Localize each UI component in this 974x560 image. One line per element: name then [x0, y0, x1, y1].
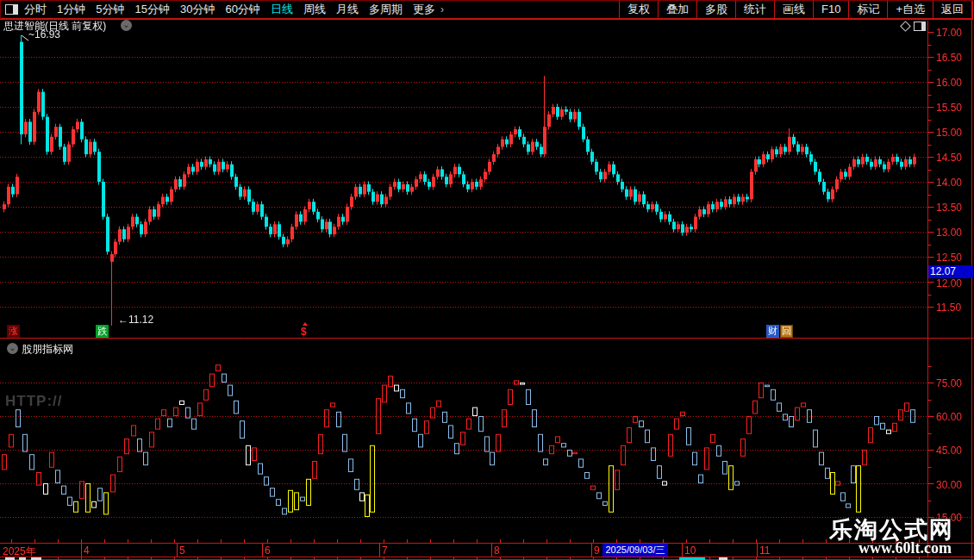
menu-item-f10[interactable]: F10: [813, 1, 848, 18]
period-menu: 分时 1分钟 5分钟 15分钟 30分钟 60分钟 日线 周线 月线 多周期 更…: [24, 1, 444, 18]
month-label: 7: [382, 544, 388, 557]
menu-item-1min[interactable]: 1分钟: [57, 1, 85, 18]
indicator-label: 30.00: [936, 479, 972, 491]
menu-item-overlay[interactable]: 叠加: [658, 1, 696, 18]
http-watermark: HTTP://: [5, 393, 63, 410]
badge-cai[interactable]: 财: [766, 325, 779, 338]
menu-item-mark[interactable]: 标记: [848, 1, 887, 18]
chevron-right-icon: ›: [440, 3, 444, 16]
indicator-label: 60.00: [936, 411, 972, 423]
menu-item-more[interactable]: 更多: [413, 1, 435, 18]
price-label: 11.50: [936, 302, 972, 314]
badge-hui[interactable]: 回: [780, 325, 793, 338]
signal-dollar-marker: $: [301, 326, 307, 338]
badge-down: 跌: [96, 325, 109, 338]
month-label: 5: [179, 544, 185, 557]
price-label: 16.50: [936, 52, 972, 64]
menu-item-stats[interactable]: 统计: [735, 1, 774, 18]
annotation-low-price: ←11.12: [118, 314, 153, 326]
price-label: 14.00: [936, 177, 972, 189]
price-label: 15.50: [936, 102, 972, 114]
menu-item-multistock[interactable]: 多股: [696, 1, 735, 18]
menu-item-5min[interactable]: 5分钟: [96, 1, 124, 18]
menu-item-weekly[interactable]: 周线: [303, 1, 326, 18]
month-label: 8: [494, 544, 500, 557]
menu-item-drawline[interactable]: 画线: [774, 1, 813, 18]
price-label: 17.00: [936, 27, 972, 39]
month-label: 10: [684, 544, 696, 557]
menu-item-fenshi[interactable]: 分时: [24, 1, 47, 18]
indicator-title: 股朋指标网: [22, 342, 73, 357]
price-label: 13.00: [936, 227, 972, 239]
indicator-label: 75.00: [936, 377, 972, 389]
badge-up: 涨: [7, 325, 20, 338]
month-label: 6: [265, 544, 271, 557]
menu-item-30min[interactable]: 30分钟: [180, 1, 215, 18]
window-panel-icon[interactable]: [5, 4, 18, 15]
menu-item-15min[interactable]: 15分钟: [134, 1, 169, 18]
price-label: 12.00: [936, 277, 972, 289]
price-label: 16.00: [936, 77, 972, 89]
app-window: 分时 1分钟 5分钟 15分钟 30分钟 60分钟 日线 周线 月线 多周期 更…: [0, 0, 974, 560]
menu-item-back[interactable]: 返回: [933, 1, 971, 18]
top-menu-bar: 分时 1分钟 5分钟 15分钟 30分钟 60分钟 日线 周线 月线 多周期 更…: [0, 0, 973, 20]
menu-item-add-watchlist[interactable]: +自选: [887, 1, 933, 18]
price-label: 12.50: [936, 252, 972, 264]
panel-layout-icon[interactable]: [914, 22, 926, 31]
price-highlight-marker: 12.07: [928, 265, 973, 278]
price-label: 15.00: [936, 127, 972, 139]
main-chart-canvas[interactable]: [0, 19, 974, 560]
indicator-label: 45.00: [936, 445, 972, 457]
annotation-high-price: ~16.93: [28, 28, 60, 40]
menu-item-60min[interactable]: 60分钟: [225, 1, 259, 18]
menu-item-daily[interactable]: 日线: [271, 1, 293, 18]
menu-item-fuquan[interactable]: 复权: [619, 1, 658, 18]
menu-item-monthly[interactable]: 月线: [336, 1, 359, 18]
date-highlight: 2025/09/03/三: [603, 544, 668, 557]
month-label: 11: [759, 544, 770, 557]
month-label: 9: [594, 544, 600, 557]
chevron-down-icon[interactable]: ⌄: [7, 343, 18, 354]
menu-item-multiperiod[interactable]: 多周期: [369, 1, 403, 18]
month-label: 4: [84, 544, 90, 557]
price-label: 13.50: [936, 202, 972, 214]
site-watermark-url: www.60lt.com: [858, 539, 952, 557]
price-label: 14.50: [936, 152, 972, 164]
tool-menu: 复权 叠加 多股 统计 画线 F10 标记 +自选 返回: [619, 1, 973, 18]
chevron-down-icon[interactable]: ⌄: [121, 20, 132, 31]
